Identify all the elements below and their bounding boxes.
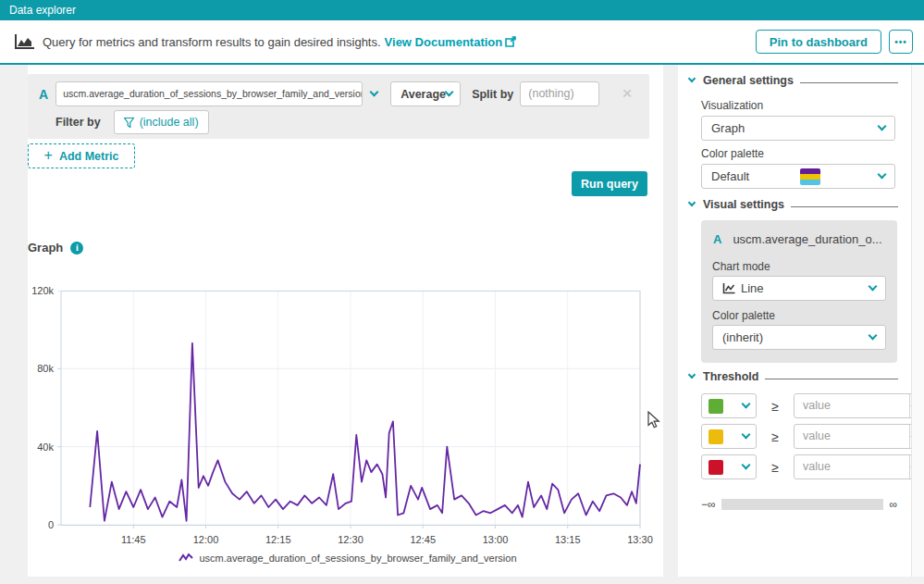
filter-by-label: Filter by [55,116,101,129]
more-options-button[interactable]: ••• [889,30,913,54]
palette-swatch [800,168,820,185]
threshold-section: Threshold [689,370,898,383]
metric-row: A uscm.average_duration_of_sessions_by_b… [28,81,649,106]
threshold-value-input[interactable]: value [794,393,924,418]
greater-equal-label: ≥ [757,399,794,414]
color-palette-label: Color palette [701,147,764,160]
chevron-down-icon [878,170,887,180]
chevron-down-icon[interactable] [370,88,379,97]
threshold-value-input[interactable]: value [794,424,924,449]
data-explorer-screen: Data explorer Query for metrics and tran… [0,0,924,584]
threshold-value-input[interactable]: value [794,454,924,479]
query-and-graph-card: A uscm.average_duration_of_sessions_by_b… [28,65,663,577]
chart-plot-area[interactable] [55,291,645,529]
page-title: Data explorer [9,4,76,17]
remove-metric-icon[interactable]: × [618,81,636,106]
threshold-row-green: ≥ value [701,393,924,418]
range-min-label: −∞ [701,498,716,511]
window-titlebar: Data explorer [0,0,924,20]
color-palette-select[interactable]: Default [701,164,895,189]
graph-title: Graph [28,241,63,255]
aggregation-select[interactable]: Average [390,81,461,106]
red-swatch [708,460,723,475]
plus-icon: + [44,147,53,164]
chevron-down-icon [869,331,878,341]
metric-row-label: A [39,87,48,102]
series-header: A uscm.average_duration_o... [713,232,882,246]
chart-legend: uscm.average_duration_of_sessions_by_bro… [28,553,668,564]
visualization-label: Visualization [701,99,763,112]
y-tick-label: 40k [17,441,54,453]
x-tick-label: 12:15 [265,534,291,545]
chevron-down-icon [445,88,454,97]
threshold-color-select[interactable] [701,424,757,449]
header-description: Query for metrics and transform results … [43,35,381,49]
visualization-select[interactable]: Graph [701,116,895,141]
visual-settings-card: A uscm.average_duration_o... Chart mode … [701,220,897,363]
series-letter: A [713,232,721,246]
x-tick-label: 12:00 [193,534,219,545]
funnel-icon [124,118,134,128]
threshold-color-select[interactable] [701,454,757,479]
threshold-row-yellow: ≥ value [701,424,924,449]
line-chart: 040k80k120k 11:4512:0012:1512:3012:4513:… [28,291,663,573]
greater-equal-label: ≥ [757,460,794,475]
section-divider [765,379,898,379]
add-metric-button[interactable]: + Add Metric [28,143,135,168]
series-name: uscm.average_duration_o... [733,232,881,246]
range-max-label: ∞ [889,498,897,511]
info-icon[interactable]: i [70,242,83,255]
view-documentation-link[interactable]: View Documentation [385,35,503,49]
chevron-down-icon [878,122,887,131]
chart-mode-label: Chart mode [712,260,770,273]
filter-button[interactable]: (include all) [114,110,209,134]
metric-selector-input[interactable]: uscm.average_duration_of_sessions_by_bro… [55,81,363,106]
collapse-chevron-icon[interactable] [688,199,696,206]
x-tick-label: 12:45 [410,534,436,545]
x-tick-label: 13:00 [483,534,509,545]
page-header: Query for metrics and transform results … [0,20,924,65]
external-link-icon [505,36,516,47]
settings-panel: General settings Visualization Graph Col… [678,65,911,577]
section-divider [791,206,898,207]
scrollbar-gutter [911,65,924,577]
metrics-chart-icon [15,33,35,50]
x-tick-label: 13:15 [555,534,581,545]
chart-mode-select[interactable]: Line [712,276,886,301]
section-divider [800,82,898,83]
yellow-swatch [708,429,723,444]
green-swatch [708,399,723,414]
y-tick-label: 80k [17,363,54,374]
legend-label: uscm.average_duration_of_sessions_by_bro… [199,553,516,564]
y-tick-label: 0 [17,519,54,530]
filter-row: Filter by (include all) [55,110,209,134]
x-tick-label: 12:30 [338,534,363,545]
general-settings-section: General settings [689,74,898,87]
threshold-row-red: ≥ value [701,454,924,479]
range-slider-bar[interactable] [721,499,884,510]
inner-palette-label: Color palette [712,309,775,322]
graph-title-row: Graph i [28,241,83,255]
visual-settings-section: Visual settings [689,198,898,211]
legend-line-icon [179,553,193,564]
split-by-label: Split by [472,88,513,101]
collapse-chevron-icon[interactable] [688,371,696,379]
collapse-chevron-icon[interactable] [688,75,696,82]
threshold-range-slider: −∞ ∞ [701,498,897,511]
inherit-palette-select[interactable]: (inherit) [712,325,886,350]
y-tick-label: 120k [17,285,54,296]
chevron-down-icon [742,461,751,470]
line-mode-icon [722,282,735,294]
run-query-button[interactable]: Run query [572,171,647,196]
chevron-down-icon [742,400,751,409]
chevron-down-icon [742,430,751,440]
x-tick-label: 11:45 [121,534,146,545]
mouse-cursor [647,411,660,429]
chevron-down-icon [869,282,878,292]
x-tick-label: 13:30 [627,534,653,545]
metric-query-box: A uscm.average_duration_of_sessions_by_b… [28,74,649,139]
greater-equal-label: ≥ [757,429,794,444]
threshold-color-select[interactable] [701,393,757,418]
split-by-input[interactable]: (nothing) [520,81,599,106]
pin-to-dashboard-button[interactable]: Pin to dashboard [756,30,881,54]
